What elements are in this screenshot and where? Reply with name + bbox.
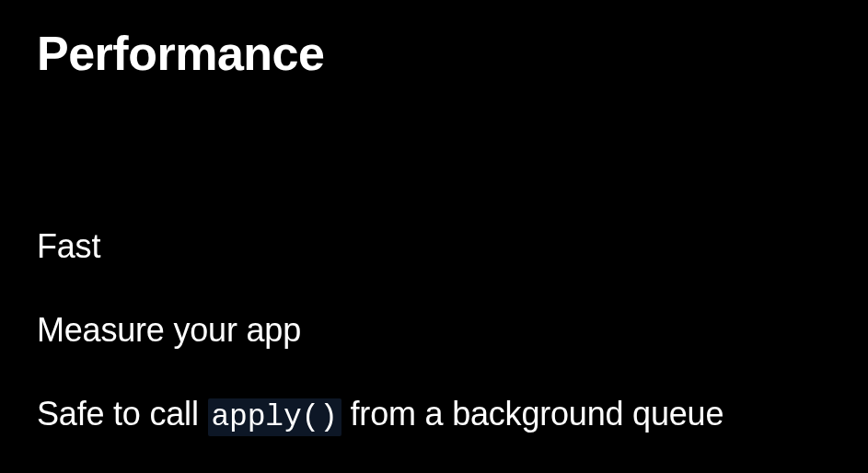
slide-heading: Performance xyxy=(37,26,831,81)
bullet-list: Fast Measure your app Safe to call apply… xyxy=(37,226,831,436)
code-inline: apply() xyxy=(208,398,341,436)
bullet-text-suffix: from a background queue xyxy=(341,395,723,433)
bullet-text-prefix: Safe to call xyxy=(37,395,208,433)
bullet-item: Safe to call apply() from a background q… xyxy=(37,394,831,436)
bullet-item: Fast xyxy=(37,226,831,266)
bullet-item: Measure your app xyxy=(37,310,831,350)
